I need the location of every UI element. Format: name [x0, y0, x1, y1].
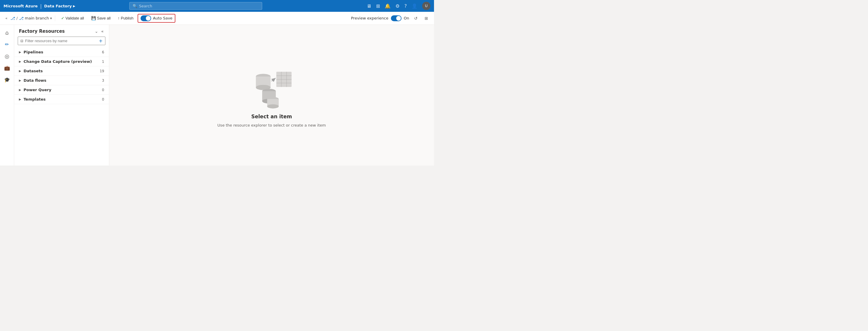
preview-on-label: On [404, 16, 409, 20]
chevron-right-icon-3: ▶ [19, 69, 21, 73]
notifications-icon[interactable]: 🔔 [385, 3, 391, 9]
resource-item-datasets[interactable]: ▶ Datasets 19 [14, 66, 109, 76]
empty-state-illustration [245, 63, 298, 110]
filter-input-container[interactable]: ⊟ + [18, 37, 105, 45]
pipelines-count: 6 [102, 50, 104, 54]
product-area[interactable]: Data Factory ▶ [44, 4, 75, 8]
validate-all-label: Validate all [66, 16, 84, 20]
publish-button[interactable]: ↑ Publish [115, 15, 136, 22]
save-all-button[interactable]: 💾 Save all [88, 15, 114, 22]
main-content-area: Select an item Use the resource explorer… [109, 25, 434, 166]
feedback-icon[interactable]: 👤 [411, 3, 417, 9]
branch-icon: ⎇ [10, 16, 15, 21]
product-label: Data Factory [44, 4, 72, 8]
preview-toggle[interactable] [391, 15, 402, 21]
top-nav-bar: Microsoft Azure | Data Factory ▶ 🔍 Searc… [0, 0, 434, 12]
resource-list: ▶ Pipelines 6 ▶ Change Data Capture (pre… [14, 47, 109, 166]
resource-item-data-flows[interactable]: ▶ Data flows 3 [14, 76, 109, 85]
autosave-label: Auto Save [153, 16, 173, 20]
resource-item-change-data-capture[interactable]: ▶ Change Data Capture (preview) 1 [14, 57, 109, 66]
empty-state-title: Select an item [251, 113, 292, 120]
main-layout: ⌂ ✏ ◎ 💼 🎓 Factory Resources ⌄ « ⊟ + [0, 25, 434, 166]
autosave-toggle[interactable] [141, 15, 151, 21]
preview-experience-label: Preview experience [351, 16, 389, 20]
power-query-label: Power Query [24, 88, 51, 92]
datasets-count: 19 [100, 69, 104, 73]
branch-selector[interactable]: ⎇ / ⎇ main branch ▾ [10, 16, 52, 21]
customize-button[interactable]: ⊞ [422, 14, 430, 23]
publish-label: Publish [121, 16, 133, 20]
chevron-right-icon-6: ▶ [19, 98, 21, 101]
empty-state-subtitle: Use the resource explorer to select or c… [217, 123, 326, 127]
avatar[interactable]: U [422, 2, 430, 10]
collapse-panel-icon[interactable]: ⌄ [94, 28, 99, 34]
toolbar: « ⎇ / ⎇ main branch ▾ ✓ Validate all 💾 S… [0, 12, 434, 25]
chevron-right-icon: ▶ [19, 51, 21, 54]
preview-experience-area: Preview experience On ↺ ⊞ [351, 14, 430, 23]
nav-icon-group: 🖥 ⊞ 🔔 ⚙ ? 👤 U [367, 2, 430, 10]
pencil-icon: ✏ [5, 42, 9, 47]
add-resource-button[interactable]: + [99, 38, 103, 44]
pipelines-label: Pipelines [24, 50, 43, 54]
sidebar-item-manage[interactable]: 💼 [2, 63, 12, 73]
power-query-count: 0 [102, 88, 104, 92]
datasets-label: Datasets [24, 69, 43, 73]
collapse-button[interactable]: « [4, 15, 9, 22]
sidebar-item-learn[interactable]: 🎓 [2, 74, 12, 85]
resource-item-pipelines[interactable]: ▶ Pipelines 6 [14, 47, 109, 57]
branch-chevron-icon[interactable]: ▾ [50, 16, 52, 20]
templates-label: Templates [24, 97, 46, 101]
search-bar[interactable]: 🔍 Search [129, 2, 262, 10]
monitor-icon: ◎ [5, 53, 9, 59]
branch-name-label: main branch [25, 16, 49, 20]
empty-state: Select an item Use the resource explorer… [217, 63, 326, 127]
autosave-container: Auto Save [137, 14, 175, 23]
resources-header-icons: ⌄ « [94, 28, 104, 34]
microsoft-azure-label: Microsoft Azure [4, 4, 38, 8]
side-nav: ⌂ ✏ ◎ 💼 🎓 [0, 25, 14, 166]
validate-icon: ✓ [61, 16, 64, 20]
publish-icon: ↑ [118, 16, 120, 20]
search-placeholder-text: Search [139, 4, 152, 8]
save-all-label: Save all [97, 16, 111, 20]
product-chevron-icon: ▶ [73, 4, 75, 8]
svg-point-14 [267, 104, 279, 108]
data-flows-label: Data flows [24, 78, 46, 82]
filter-icon: ⊟ [20, 39, 23, 43]
brand-area: Microsoft Azure | Data Factory ▶ [4, 3, 75, 9]
branch-icon-2: ⎇ [19, 16, 24, 21]
home-icon: ⌂ [5, 30, 8, 36]
help-icon[interactable]: ? [404, 3, 407, 9]
screen-share-icon[interactable]: 🖥 [367, 3, 371, 9]
validate-all-button[interactable]: ✓ Validate all [58, 15, 87, 22]
resource-item-templates[interactable]: ▶ Templates 0 [14, 95, 109, 104]
sidebar-item-home[interactable]: ⌂ [2, 27, 12, 38]
nav-separator: | [40, 3, 42, 9]
resources-header: Factory Resources ⌄ « [14, 25, 109, 37]
change-data-capture-label: Change Data Capture (preview) [24, 59, 92, 64]
search-icon: 🔍 [132, 4, 137, 8]
save-icon: 💾 [91, 16, 96, 20]
chevron-right-icon-5: ▶ [19, 88, 21, 92]
sidebar-item-author[interactable]: ✏ [2, 39, 12, 49]
templates-count: 0 [102, 97, 104, 101]
sidebar-item-monitor[interactable]: ◎ [2, 51, 12, 61]
refresh-button[interactable]: ↺ [411, 14, 420, 23]
settings-icon[interactable]: ⚙ [395, 3, 399, 9]
toolbar-divider-1 [55, 15, 55, 21]
avatar-initials: U [425, 4, 428, 8]
manage-icon: 💼 [4, 65, 10, 71]
factory-resources-panel: Factory Resources ⌄ « ⊟ + ▶ Pipelines 6 … [14, 25, 109, 166]
slash-separator: / [16, 16, 18, 20]
close-panel-icon[interactable]: « [100, 28, 104, 34]
chevron-right-icon-2: ▶ [19, 60, 21, 63]
resource-item-power-query[interactable]: ▶ Power Query 0 [14, 85, 109, 95]
directory-icon[interactable]: ⊞ [376, 3, 380, 9]
factory-resources-title: Factory Resources [19, 29, 65, 34]
filter-resources-input[interactable] [25, 39, 97, 43]
learn-icon: 🎓 [4, 77, 10, 82]
change-data-capture-count: 1 [102, 60, 104, 64]
data-flows-count: 3 [102, 78, 104, 82]
chevron-right-icon-4: ▶ [19, 79, 21, 82]
